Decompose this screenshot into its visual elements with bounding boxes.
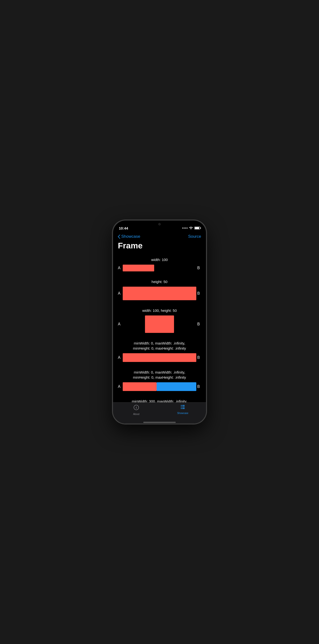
demo-width-height-row: A B [113, 316, 206, 333]
page-title: Frame [113, 241, 206, 254]
demo-minmax-3: minWidth: 300, maxWidth: .infinity,minHe… [113, 396, 206, 402]
demo-height-50-label: height: 50 [113, 279, 206, 284]
marker-a-3: A [118, 322, 122, 326]
demo-height-50: height: 50 A B [113, 276, 206, 305]
demo-minmax-2-row: A B [113, 382, 206, 391]
demo-minmax-1: minWidth: 0, maxWidth: .infinity,minHeig… [113, 338, 206, 367]
showcase-label: Showcase [177, 412, 188, 414]
marker-b-3: B [197, 322, 201, 326]
demo-minmax-1-row: A B [113, 353, 206, 362]
demo-minmax-3-label: minWidth: 300, maxWidth: .infinity,minHe… [113, 399, 206, 402]
about-label: About [133, 413, 140, 416]
svg-rect-2 [181, 405, 182, 406]
tab-about[interactable]: i About [113, 404, 160, 416]
showcase-icon [180, 404, 186, 411]
demo-width-100-label: width: 100 [113, 257, 206, 262]
demo-width-height-inner [123, 316, 196, 333]
home-bar [143, 422, 176, 423]
marker-b: B [197, 266, 201, 270]
red-rect-width100 [123, 264, 154, 272]
back-label: Showcase [121, 234, 140, 239]
signal-icon [182, 228, 188, 228]
nav-bar: Showcase Source [113, 232, 206, 241]
red-rect-minmax2 [123, 382, 156, 391]
demo-height-50-row: A B [113, 287, 206, 300]
phone-screen: 10:44 Showcase [113, 220, 206, 424]
demo-width-100: width: 100 A B [113, 254, 206, 276]
phone-frame: 10:44 Showcase [112, 220, 207, 424]
front-camera [158, 223, 161, 226]
battery-icon [194, 226, 200, 230]
back-button[interactable]: Showcase [118, 234, 140, 239]
demo-height-50-inner [123, 287, 196, 300]
tab-bar: i About Showcase [113, 402, 206, 422]
marker-a-5: A [118, 384, 122, 389]
status-icons [182, 226, 200, 230]
marker-b-4: B [197, 356, 201, 360]
marker-b-5: B [197, 384, 201, 389]
about-icon: i [133, 404, 139, 412]
tab-showcase[interactable]: Showcase [160, 404, 206, 414]
svg-rect-5 [182, 407, 185, 408]
marker-b-2: B [197, 291, 201, 296]
status-time: 10:44 [119, 226, 128, 230]
demo-minmax-1-inner [123, 353, 196, 362]
red-rect-height50 [123, 287, 196, 300]
red-rect-wh [145, 316, 174, 333]
red-rect-minmax1 [123, 353, 196, 362]
notch [145, 220, 174, 228]
demo-minmax-2-label: minWidth: 0, maxWidth: .infinity,minHeig… [113, 370, 206, 380]
svg-rect-6 [181, 408, 182, 409]
content-scroll[interactable]: width: 100 A B height: 50 A B [113, 254, 206, 402]
marker-a-4: A [118, 356, 122, 360]
marker-a-2: A [118, 291, 122, 296]
home-indicator [113, 422, 206, 424]
svg-text:i: i [136, 406, 137, 410]
demo-width-height: width: 100, height: 50 A B [113, 305, 206, 338]
demo-minmax-1-label: minWidth: 0, maxWidth: .infinity,minHeig… [113, 341, 206, 351]
demo-width-100-inner [123, 264, 196, 272]
wifi-icon [189, 226, 193, 230]
svg-rect-4 [181, 407, 182, 408]
demo-width-100-row: A B [113, 264, 206, 272]
demo-minmax-2: minWidth: 0, maxWidth: .infinity,minHeig… [113, 367, 206, 396]
source-button[interactable]: Source [188, 234, 201, 239]
demo-minmax-2-inner [123, 382, 196, 391]
marker-a: A [118, 266, 122, 270]
svg-rect-7 [182, 408, 185, 409]
blue-rect-minmax2 [156, 382, 196, 391]
demo-width-height-label: width: 100, height: 50 [113, 308, 206, 313]
svg-rect-3 [182, 405, 185, 406]
